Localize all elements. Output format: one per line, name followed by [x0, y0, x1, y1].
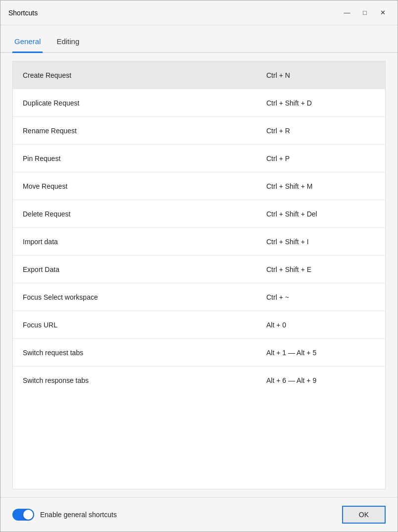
tab-general[interactable]: General — [12, 33, 43, 53]
shortcut-name: Switch response tabs — [23, 376, 266, 384]
toggle-section: Enable general shortcuts — [12, 509, 117, 521]
shortcut-keys: Ctrl + Shift + E — [266, 266, 375, 273]
shortcut-keys: Alt + 6 — Alt + 9 — [266, 376, 375, 384]
tab-editing[interactable]: Editing — [54, 33, 81, 53]
toggle-track — [12, 509, 34, 521]
shortcuts-list: Create Request Ctrl + N Duplicate Reques… — [12, 61, 386, 489]
shortcut-keys: Alt + 1 — Alt + 5 — [266, 349, 375, 357]
shortcut-keys: Ctrl + Shift + M — [266, 182, 375, 190]
shortcut-name: Duplicate Request — [23, 99, 266, 107]
shortcut-name: Move Request — [23, 182, 266, 190]
shortcut-name: Switch request tabs — [23, 349, 266, 357]
window-content: General Editing Create Request Ctrl + N … — [0, 25, 398, 532]
toggle-thumb — [23, 510, 33, 520]
tab-bar: General Editing — [0, 25, 398, 53]
ok-button[interactable]: OK — [342, 506, 386, 524]
window-title: Shortcuts — [8, 9, 38, 17]
shortcut-name: Export Data — [23, 266, 266, 273]
minimize-button[interactable]: — — [340, 6, 354, 20]
toggle-label-text: Enable general shortcuts — [40, 511, 117, 519]
shortcut-name: Focus URL — [23, 321, 266, 329]
table-row: Focus Select workspace Ctrl + ~ — [13, 283, 385, 311]
shortcut-keys: Ctrl + Shift + D — [266, 99, 375, 107]
shortcut-keys: Ctrl + Shift + Del — [266, 210, 375, 218]
table-row: Export Data Ctrl + Shift + E — [13, 256, 385, 283]
shortcut-name: Import data — [23, 238, 266, 246]
shortcuts-window: Shortcuts — □ ✕ General Editing Create R… — [0, 0, 398, 532]
table-row: Switch response tabs Alt + 6 — Alt + 9 — [13, 367, 385, 394]
shortcut-name: Focus Select workspace — [23, 293, 266, 301]
shortcut-keys: Alt + 0 — [266, 321, 375, 329]
table-row: Move Request Ctrl + Shift + M — [13, 172, 385, 200]
table-row: Pin Request Ctrl + P — [13, 145, 385, 172]
table-row: Rename Request Ctrl + R — [13, 117, 385, 145]
enable-shortcuts-toggle[interactable] — [12, 509, 34, 521]
table-row: Delete Request Ctrl + Shift + Del — [13, 200, 385, 228]
shortcut-name: Rename Request — [23, 127, 266, 135]
shortcut-keys: Ctrl + Shift + I — [266, 238, 375, 246]
shortcut-name: Create Request — [23, 71, 266, 79]
close-button[interactable]: ✕ — [376, 6, 390, 20]
table-row: Switch request tabs Alt + 1 — Alt + 5 — [13, 339, 385, 367]
shortcut-keys: Ctrl + ~ — [266, 293, 375, 301]
footer: Enable general shortcuts OK — [0, 497, 398, 532]
shortcut-name: Pin Request — [23, 155, 266, 162]
shortcut-keys: Ctrl + N — [266, 71, 375, 79]
title-bar: Shortcuts — □ ✕ — [0, 0, 398, 25]
table-row: Import data Ctrl + Shift + I — [13, 228, 385, 256]
shortcut-keys: Ctrl + P — [266, 155, 375, 162]
shortcut-keys: Ctrl + R — [266, 127, 375, 135]
table-row: Create Request Ctrl + N — [13, 61, 385, 89]
table-row: Focus URL Alt + 0 — [13, 311, 385, 339]
table-row: Duplicate Request Ctrl + Shift + D — [13, 89, 385, 117]
shortcut-name: Delete Request — [23, 210, 266, 218]
maximize-button[interactable]: □ — [358, 6, 372, 20]
window-controls: — □ ✕ — [340, 6, 390, 20]
